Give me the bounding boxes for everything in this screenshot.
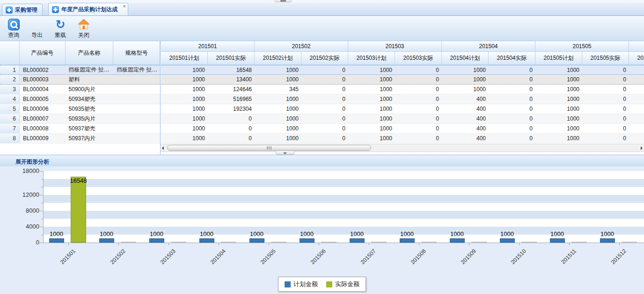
- bar-actual-zero: [521, 242, 537, 243]
- cell-value: 1000: [348, 134, 395, 143]
- cell-value: [629, 134, 644, 143]
- cell-value: 0: [582, 124, 629, 133]
- legend-label: 实际金额: [335, 280, 359, 288]
- query-button[interactable]: 查询: [4, 18, 23, 39]
- month-group-header[interactable]: 201503: [348, 41, 442, 52]
- scroll-body: 1000165481000010000100001000010001340010…: [161, 65, 644, 143]
- column-header[interactable]: 201502计划: [255, 52, 301, 65]
- cell-spec-model: [113, 104, 160, 114]
- cell-value: 1000: [348, 75, 395, 84]
- table-row[interactable]: 8BL00000950937内片: [0, 134, 160, 143]
- table-row[interactable]: 10001246463450100001000010000: [161, 85, 644, 94]
- cell-value: 1000: [161, 114, 208, 123]
- y-axis-label: 4000: [8, 223, 39, 230]
- bar-plan: [600, 238, 615, 243]
- column-header[interactable]: 规格型号: [113, 41, 160, 65]
- x-axis-tick: [269, 243, 269, 245]
- cell-value: 345: [255, 85, 301, 94]
- cell-value: 0: [489, 94, 535, 104]
- month-group-header[interactable]: 201504: [442, 41, 535, 52]
- x-axis-label: 201505: [249, 248, 277, 275]
- table-row[interactable]: 100001000010000400010000: [161, 124, 644, 134]
- table-row[interactable]: 3BL00000450900内片: [0, 85, 160, 94]
- cell-value: 0: [582, 94, 629, 104]
- x-axis-label: 201502: [99, 248, 126, 275]
- bar-value-label: 1000: [190, 230, 223, 237]
- table-row[interactable]: 10001923041000010000400010000: [161, 104, 644, 114]
- tab-close-icon[interactable]: ×: [123, 4, 126, 9]
- annual-plan-grid: 产品编号产品名称规格型号 1BL000002挡板固定件 扯…挡板固定件 扯…2B…: [0, 41, 644, 155]
- table-row[interactable]: 4BL00000550934塑壳: [0, 94, 160, 104]
- reload-button[interactable]: 重载: [51, 18, 70, 39]
- plot-stripe: [43, 171, 644, 179]
- column-header[interactable]: 201505实际: [582, 52, 629, 65]
- cell-spec-model: [113, 124, 160, 133]
- column-header[interactable]: 201503计划: [348, 52, 395, 65]
- cell-value: 0: [395, 114, 442, 123]
- table-row[interactable]: 7BL00000850937塑壳: [0, 124, 160, 134]
- legend-item[interactable]: 实际金额: [326, 280, 359, 288]
- table-row[interactable]: 10005169651000010000400010000: [161, 94, 644, 104]
- column-header[interactable]: 201501实际: [208, 52, 255, 65]
- legend-item[interactable]: 计划金额: [285, 280, 318, 288]
- table-row[interactable]: 100001000010000400010000: [161, 134, 644, 143]
- y-axis-tick: [41, 219, 43, 219]
- cell-spec-model: [113, 94, 160, 104]
- collapse-handle-top[interactable]: [275, 0, 292, 2]
- cell-product-name: 挡板固定件 扯…: [66, 65, 114, 74]
- bar-value-label: 1000: [341, 230, 373, 237]
- scrollbar-thumb[interactable]: [167, 145, 371, 151]
- table-row[interactable]: 10001654810000100001000010000: [161, 65, 644, 75]
- x-axis-label: 201509: [449, 248, 477, 275]
- column-header[interactable]: 201504计划: [442, 52, 489, 65]
- month-group-header[interactable]: 201502: [255, 41, 348, 52]
- x-axis-tick: [118, 243, 119, 245]
- x-axis-label: 201501: [49, 248, 76, 275]
- month-group-header[interactable]: 201505: [535, 41, 629, 52]
- column-header[interactable]: 201505计划: [535, 52, 582, 65]
- chart-panel-collapse-handle[interactable]: [276, 151, 294, 155]
- chart-panel-header[interactable]: 展开图形分析: [0, 155, 644, 166]
- toolbar: 查询 导出 重载 关闭: [0, 16, 644, 41]
- rownumber-header[interactable]: [0, 41, 20, 65]
- table-row[interactable]: 2BL000003塑料: [0, 75, 160, 85]
- bar-actual-zero: [421, 242, 437, 243]
- chart-panel-title: 展开图形分析: [15, 158, 49, 165]
- home-icon: [78, 18, 90, 30]
- column-header[interactable]: 201504实际: [489, 52, 535, 65]
- scroll-right-arrow-icon[interactable]: [641, 146, 643, 150]
- cell-value: 1000: [442, 75, 489, 84]
- column-header[interactable]: 201506计划: [629, 52, 644, 65]
- table-row[interactable]: 6BL00000750935内片: [0, 114, 160, 124]
- table-row[interactable]: 10001340010000100001000010000: [161, 75, 644, 85]
- table-row[interactable]: 100001000010000400010000: [161, 114, 644, 124]
- cell-product-name: 50937塑壳: [66, 124, 114, 133]
- bar-value-label: 1000: [291, 230, 323, 237]
- horizontal-scrollbar[interactable]: [161, 144, 644, 152]
- plot-stripe: [43, 179, 644, 187]
- column-header[interactable]: 产品名称: [66, 41, 114, 65]
- cell-value: 0: [489, 75, 535, 84]
- bar-actual-zero: [271, 242, 286, 243]
- column-header[interactable]: 201503实际: [395, 52, 442, 65]
- bar-plan: [350, 238, 365, 243]
- tab-procurement-management[interactable]: 采购管理: [2, 4, 43, 15]
- tab-annual-plan-achievement[interactable]: 年度产品采购计划达成 ×: [48, 3, 128, 15]
- cell-value: 400: [442, 114, 489, 123]
- column-header[interactable]: 201501计划: [161, 52, 208, 65]
- cell-value: 0: [301, 75, 348, 84]
- legend-swatch-icon: [326, 281, 332, 287]
- bar-chart: 1800012000800040000100016548201501100020…: [0, 166, 644, 294]
- close-button[interactable]: 关闭: [74, 18, 94, 39]
- table-row[interactable]: 5BL00000650935塑壳: [0, 104, 160, 114]
- table-row[interactable]: 1BL000002挡板固定件 扯…挡板固定件 扯…: [0, 65, 160, 75]
- bar-value-label: 1000: [90, 230, 123, 237]
- column-header[interactable]: 201502实际: [301, 52, 348, 65]
- row-number: 7: [0, 124, 20, 133]
- scroll-left-arrow-icon[interactable]: [162, 146, 164, 150]
- month-group-header[interactable]: [629, 41, 644, 52]
- export-button[interactable]: 导出: [27, 18, 47, 39]
- column-header[interactable]: 产品编号: [20, 41, 66, 65]
- x-axis-tick: [168, 243, 169, 245]
- month-group-header[interactable]: 201501: [161, 41, 255, 52]
